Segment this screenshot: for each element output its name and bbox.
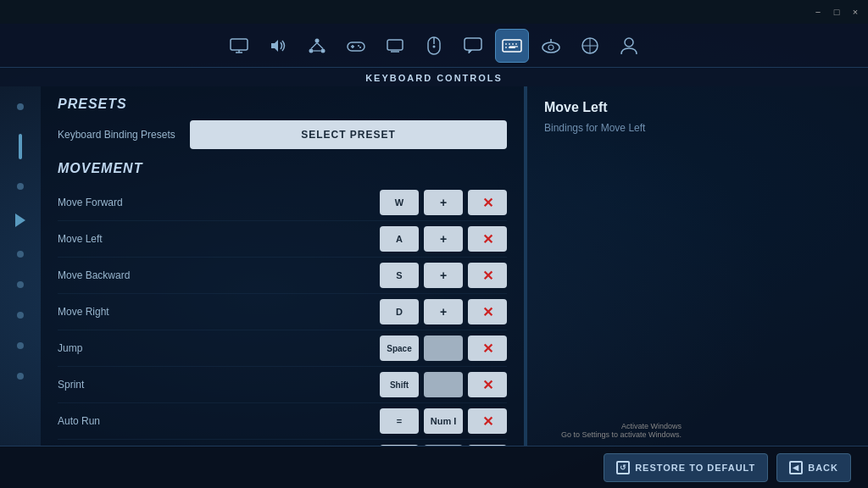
presets-label: Keyboard Binding Presets (58, 129, 176, 141)
svg-rect-28 (509, 47, 515, 48)
svg-rect-15 (387, 40, 403, 50)
move-left-label: Move Left (58, 233, 193, 245)
svg-rect-21 (503, 40, 521, 52)
binding-row-jump: Jump Space ✕ (58, 330, 507, 367)
right-panel: Move Left Bindings for Move Left (527, 86, 868, 446)
svg-marker-3 (271, 40, 278, 52)
binding-row-sprint: Sprint Shift ✕ (58, 367, 507, 403)
nav-display[interactable] (378, 29, 412, 63)
nav-monitor[interactable] (222, 29, 256, 63)
sidebar-dot-3 (17, 251, 24, 258)
nav-chat[interactable] (456, 29, 490, 63)
binding-row-move-left: Move Left A + ✕ (58, 221, 507, 258)
move-forward-label: Move Forward (58, 197, 193, 208)
nav-account[interactable] (612, 29, 646, 63)
close-btn[interactable]: × (849, 6, 861, 18)
svg-point-5 (309, 48, 314, 53)
restore-default-button[interactable]: ↺ RESTORE TO DEFAULT (604, 453, 768, 482)
svg-point-14 (359, 47, 361, 48)
section-header: KEYBOARD CONTROLS (0, 68, 868, 86)
jump-add[interactable] (424, 336, 463, 361)
sprint-keys: Shift ✕ (380, 372, 507, 397)
svg-point-31 (548, 45, 554, 50)
svg-point-19 (433, 45, 436, 47)
activate-windows-notice: Activate Windows Go to Settings to activ… (561, 422, 682, 439)
restore-icon: ↺ (616, 461, 630, 474)
move-forward-key1[interactable]: W (380, 190, 419, 215)
sidebar-triangle (15, 214, 25, 227)
back-icon: ◀ (789, 461, 803, 474)
main-content: PRESETS Keyboard Binding Presets SELECT … (0, 86, 868, 446)
sprint-label: Sprint (58, 379, 193, 391)
svg-rect-0 (231, 39, 248, 50)
svg-point-29 (542, 42, 559, 53)
move-right-key1[interactable]: D (380, 299, 419, 324)
move-forward-add[interactable]: + (424, 190, 463, 215)
move-right-add[interactable]: + (424, 299, 463, 324)
move-forward-keys: W + ✕ (380, 190, 507, 215)
auto-run-label: Auto Run (58, 415, 193, 427)
move-left-key1[interactable]: A (380, 226, 419, 252)
nav-keyboard[interactable] (495, 29, 529, 63)
back-button[interactable]: ◀ BACK (776, 453, 851, 482)
svg-line-8 (317, 42, 323, 48)
left-panel: PRESETS Keyboard Binding Presets SELECT … (41, 86, 524, 446)
jump-key1[interactable]: Space (380, 336, 419, 361)
svg-point-13 (358, 45, 359, 47)
select-preset-button[interactable]: SELECT PRESET (190, 120, 507, 149)
nav-network[interactable] (300, 29, 334, 63)
svg-point-4 (315, 38, 320, 42)
sidebar-dot-7 (17, 373, 24, 380)
right-panel-title: Move Left (544, 100, 851, 115)
nav-gamepad[interactable] (339, 29, 373, 63)
sidebar-dot-active (19, 134, 22, 159)
sidebar-dots (0, 86, 41, 446)
right-panel-description: Bindings for Move Left (544, 122, 851, 134)
presets-section-title: PRESETS (58, 97, 507, 112)
move-left-remove[interactable]: ✕ (468, 226, 507, 252)
move-backward-add[interactable]: + (424, 263, 463, 288)
nav-accessibility[interactable] (573, 29, 607, 63)
movement-section-title: MOVEMENT (58, 161, 507, 176)
auto-run-remove[interactable]: ✕ (468, 408, 507, 434)
sprint-add[interactable] (424, 372, 463, 397)
move-backward-remove[interactable]: ✕ (468, 263, 507, 288)
presets-row: Keyboard Binding Presets SELECT PRESET (58, 120, 507, 149)
move-backward-keys: S + ✕ (380, 263, 507, 288)
maximize-btn[interactable]: □ (831, 6, 843, 18)
binding-row-crouch: Crouch (Tap) / Slide (Hold) C ✕ (58, 440, 507, 446)
sidebar-dot-4 (17, 281, 24, 288)
sprint-key1[interactable]: Shift (380, 372, 419, 397)
move-right-label: Move Right (58, 306, 193, 318)
jump-remove[interactable]: ✕ (468, 336, 507, 361)
title-bar: − □ × (0, 0, 868, 24)
svg-point-6 (321, 48, 326, 53)
binding-row-auto-run: Auto Run = Num I ✕ (58, 403, 507, 440)
svg-line-7 (311, 42, 317, 48)
nav-sound[interactable] (261, 29, 295, 63)
move-left-add[interactable]: + (424, 226, 463, 252)
svg-rect-20 (465, 38, 481, 50)
jump-keys: Space ✕ (380, 336, 507, 361)
move-forward-remove[interactable]: ✕ (468, 190, 507, 215)
bottom-bar: Activate Windows Go to Settings to activ… (0, 446, 868, 488)
auto-run-keys: = Num I ✕ (380, 408, 507, 434)
jump-label: Jump (58, 342, 193, 354)
move-backward-key1[interactable]: S (380, 263, 419, 288)
section-title: KEYBOARD CONTROLS (365, 73, 503, 83)
move-left-keys: A + ✕ (380, 226, 507, 252)
binding-row-move-forward: Move Forward W + ✕ (58, 185, 507, 221)
move-right-remove[interactable]: ✕ (468, 299, 507, 324)
nav-mouse[interactable] (417, 29, 451, 63)
svg-rect-10 (348, 42, 364, 51)
sidebar-dot-2 (17, 183, 24, 190)
sidebar-dot-5 (17, 312, 24, 319)
minimize-btn[interactable]: − (812, 6, 824, 18)
nav-controller[interactable] (534, 29, 568, 63)
svg-point-35 (625, 38, 633, 47)
binding-row-move-right: Move Right D + ✕ (58, 294, 507, 330)
sidebar-dot-6 (17, 342, 24, 349)
auto-run-key1[interactable]: = (380, 408, 419, 434)
sprint-remove[interactable]: ✕ (468, 372, 507, 397)
auto-run-key2[interactable]: Num I (424, 408, 463, 434)
